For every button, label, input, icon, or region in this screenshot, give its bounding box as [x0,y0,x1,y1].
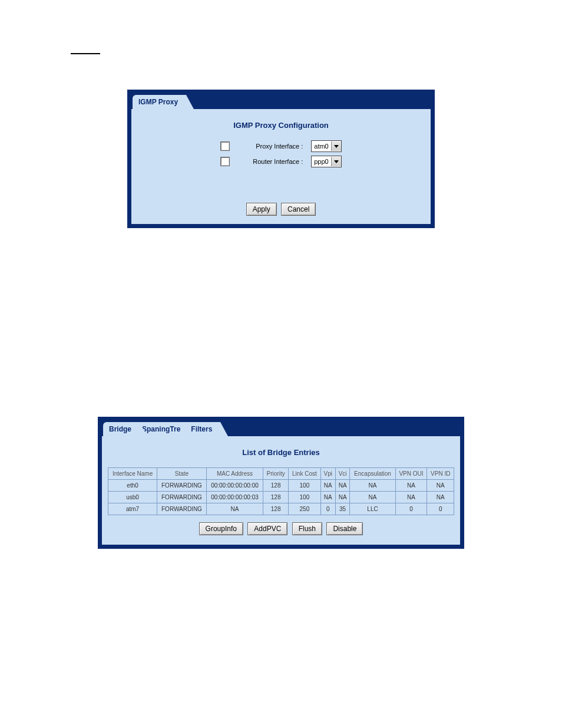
cell: 100 [289,480,320,492]
cell: NA [206,503,263,515]
table-row: atm7 FORWARDING NA 128 250 0 35 LLC 0 0 [108,503,454,515]
label-router-interface: Router Interface : [238,158,303,165]
select-router-interface[interactable]: ppp0 [311,156,341,167]
page-title-igmp: IGMP Proxy Configuration [137,121,425,130]
page-title-bridge: List of Bridge Entries [108,448,454,457]
tab-filters[interactable]: Filters [185,422,220,436]
addpvc-button[interactable]: AddPVC [247,522,287,535]
cell: NA [395,492,427,503]
cell: FORWARDING [157,492,207,503]
tabbar-igmp: IGMP Proxy [128,90,434,109]
cancel-button[interactable]: Cancel [281,203,316,216]
groupinfo-button[interactable]: GroupInfo [199,522,243,535]
col-state: State [157,468,207,480]
cell: NA [427,492,454,503]
tabbar-bridge: Bridge SpaningTre Filters [98,417,464,436]
select-router-value: ppp0 [314,158,328,165]
cell: atm7 [108,503,157,515]
select-proxy-value: atm0 [314,143,328,150]
bridge-panel: Bridge SpaningTre Filters List of Bridge… [98,417,464,549]
bridge-panel-body: List of Bridge Entries Interface Name St… [102,436,460,545]
table-row: eth0 FORWARDING 00:00:00:00:00:00 128 10… [108,480,454,492]
table-row: usb0 FORWARDING 00:00:00:00:00:03 128 10… [108,492,454,503]
bridge-button-row: GroupInfo AddPVC Flush Disable [108,522,454,535]
row-proxy-interface: Proxy Interface : atm0 [220,140,341,152]
chevron-down-icon [331,141,341,151]
col-vpi: Vpi [320,468,335,480]
cell: 128 [263,503,289,515]
cell: 00:00:00:00:00:00 [206,480,263,492]
col-mac: MAC Address [206,468,263,480]
col-linkcost: Link Cost [289,468,320,480]
tab-igmp-proxy[interactable]: IGMP Proxy [133,95,186,109]
cell: 128 [263,492,289,503]
cell: NA [350,480,395,492]
cell: eth0 [108,480,157,492]
cell: 100 [289,492,320,503]
cell: LLC [350,503,395,515]
igmp-form: Proxy Interface : atm0 Router Interface … [137,140,425,167]
igmp-button-row: Apply Cancel [137,203,425,216]
checkbox-proxy-interface[interactable] [220,141,230,151]
col-vpnid: VPN ID [427,468,454,480]
table-header-row: Interface Name State MAC Address Priorit… [108,468,454,480]
label-proxy-interface: Proxy Interface : [238,143,303,150]
cell: FORWARDING [157,480,207,492]
tab-bridge[interactable]: Bridge [103,422,140,436]
cell: NA [427,480,454,492]
bridge-table: Interface Name State MAC Address Priorit… [108,467,454,515]
flush-button[interactable]: Flush [292,522,322,535]
cell: NA [395,480,427,492]
col-interface: Interface Name [108,468,157,480]
cell: 00:00:00:00:00:03 [206,492,263,503]
cell: 0 [320,503,335,515]
col-vpnoui: VPN OUI [395,468,427,480]
checkbox-router-interface[interactable] [220,157,230,166]
decorative-underline [71,53,100,54]
cell: 250 [289,503,320,515]
col-vci: Vci [335,468,350,480]
cell: NA [350,492,395,503]
cell: 0 [427,503,454,515]
cell: 128 [263,480,289,492]
cell: NA [320,492,335,503]
apply-button[interactable]: Apply [246,203,277,216]
disable-button[interactable]: Disable [326,522,363,535]
row-router-interface: Router Interface : ppp0 [220,156,341,167]
igmp-proxy-panel: IGMP Proxy IGMP Proxy Configuration Prox… [127,90,435,228]
select-proxy-interface[interactable]: atm0 [311,140,341,152]
cell: 35 [335,503,350,515]
cell: NA [335,492,350,503]
cell: FORWARDING [157,503,207,515]
cell: NA [320,480,335,492]
chevron-down-icon [331,157,341,166]
igmp-panel-body: IGMP Proxy Configuration Proxy Interface… [131,109,431,224]
cell: 0 [395,503,427,515]
cell: NA [335,480,350,492]
col-encap: Encapsulation [350,468,395,480]
col-priority: Priority [263,468,289,480]
cell: usb0 [108,492,157,503]
